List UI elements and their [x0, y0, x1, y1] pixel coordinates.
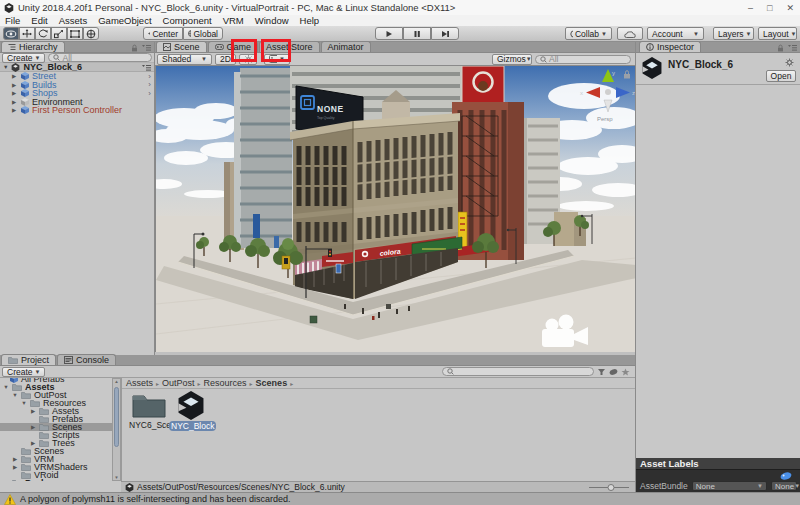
- tab-scene[interactable]: Scene: [156, 41, 207, 52]
- chevron-down-icon[interactable]: ▼: [21, 400, 27, 406]
- chevron-down-icon[interactable]: ▼: [3, 480, 9, 481]
- tab-console[interactable]: Console: [57, 354, 116, 365]
- collab-button[interactable]: Collab▼: [565, 27, 612, 40]
- inspector-icon: [646, 43, 654, 51]
- play-button[interactable]: [375, 27, 403, 40]
- tree-item-packages[interactable]: ▼Packages: [0, 479, 112, 481]
- pivot-button[interactable]: Center: [143, 27, 183, 40]
- hand-tool-button[interactable]: [3, 27, 19, 40]
- cloud-button[interactable]: [617, 27, 643, 40]
- prefab-cube-icon: [21, 98, 29, 106]
- chevron-down-icon[interactable]: ▼: [3, 64, 8, 70]
- prefab-cube-icon: [21, 72, 29, 80]
- project-tree-scrollbar[interactable]: ▲ ▼: [112, 378, 121, 481]
- hierarchy-panel: Hierarchy Create▼ All ▼ NYC_Block_6 ▶Str…: [0, 42, 155, 355]
- space-button[interactable]: Global: [183, 27, 223, 40]
- breadcrumb-separator: ▸: [250, 380, 253, 387]
- tab-project[interactable]: Project: [1, 354, 56, 365]
- chevron-down-icon[interactable]: ▼: [12, 392, 18, 398]
- step-button[interactable]: [431, 27, 459, 40]
- chevron-right-icon[interactable]: ▶: [12, 464, 18, 470]
- layout-button[interactable]: Layout▼: [758, 27, 797, 40]
- chevron-right-icon[interactable]: ▶: [12, 82, 18, 88]
- transform-tool-button[interactable]: [83, 27, 99, 40]
- hierarchy-item-first-person-controller[interactable]: ▶First Person Controller: [0, 106, 154, 115]
- assetbundle-dropdown[interactable]: None▼: [692, 481, 767, 491]
- scrollbar-thumb[interactable]: [114, 387, 119, 447]
- menu-gameobject[interactable]: GameObject: [98, 15, 151, 26]
- scene-view-panel: SceneGameAsset StoreAnimator Shaded▼ 2D …: [155, 42, 635, 355]
- chevron-right-icon[interactable]: ▶: [12, 99, 18, 105]
- hierarchy-item-builds[interactable]: ▶Builds›: [0, 81, 154, 90]
- panel-menu-icon[interactable]: [142, 44, 151, 52]
- tab-hierarchy[interactable]: Hierarchy: [1, 41, 65, 52]
- prefab-arrow-icon[interactable]: ›: [148, 89, 151, 98]
- breadcrumb-outpost[interactable]: OutPost: [162, 378, 195, 388]
- status-bar[interactable]: A polygon of polymsh11 is self-intersect…: [0, 492, 800, 505]
- close-button[interactable]: ✕: [786, 3, 794, 13]
- scale-tool-button[interactable]: [51, 27, 67, 40]
- chevron-down-icon[interactable]: ▼: [3, 384, 9, 390]
- project-folder-tree: All Prefabs▼Assets▼OutPost▼Resources▶Ass…: [0, 378, 112, 481]
- assetbundle-variant-dropdown[interactable]: None▼: [771, 481, 797, 491]
- menu-window[interactable]: Window: [255, 15, 289, 26]
- menu-help[interactable]: Help: [300, 15, 320, 26]
- move-tool-button[interactable]: [19, 27, 35, 40]
- gizmos-dropdown[interactable]: Gizmos▼: [492, 54, 532, 65]
- pause-button[interactable]: [403, 27, 431, 40]
- tab-animator[interactable]: Animator: [321, 41, 371, 52]
- folder-item[interactable]: NYC6_Sce...: [129, 392, 169, 430]
- chevron-right-icon[interactable]: ▶: [12, 90, 18, 96]
- lock-icon[interactable]: [777, 44, 784, 52]
- transform-tools: [3, 27, 99, 40]
- hierarchy-search-input[interactable]: All: [48, 53, 152, 62]
- label-icon[interactable]: [780, 472, 792, 480]
- tab-inspector[interactable]: Inspector: [639, 41, 701, 52]
- favorites-star-icon[interactable]: [621, 368, 630, 376]
- layers-button[interactable]: Layers▼: [713, 27, 754, 40]
- scene-toolbar: Shaded▼ 2D ▼ Gizmos▼ All: [155, 53, 635, 66]
- billboard-text: NONE: [317, 104, 344, 114]
- menu-file[interactable]: File: [5, 15, 20, 26]
- lock-icon[interactable]: [131, 44, 138, 52]
- menu-component[interactable]: Component: [163, 15, 212, 26]
- rect-tool-button[interactable]: [67, 27, 83, 40]
- project-panel: ProjectConsole Create▼ All Prefabs▼Asset…: [0, 355, 635, 492]
- scene-item-label: NYC_Block: [169, 421, 216, 431]
- tree-item-scenes[interactable]: Scenes: [0, 447, 112, 455]
- menu-vrm[interactable]: VRM: [223, 15, 244, 26]
- hierarchy-create-button[interactable]: Create▼: [2, 53, 45, 63]
- scene-search-input[interactable]: All: [535, 55, 631, 64]
- shading-mode-dropdown[interactable]: Shaded▼: [157, 54, 212, 65]
- gear-icon[interactable]: [785, 58, 794, 67]
- menu-edit[interactable]: Edit: [31, 15, 47, 26]
- menu-assets[interactable]: Assets: [59, 15, 88, 26]
- project-create-button[interactable]: Create▼: [2, 367, 45, 377]
- annotation-box-1: [231, 39, 257, 62]
- open-button[interactable]: Open: [766, 70, 796, 82]
- project-search-input[interactable]: [442, 367, 594, 376]
- scene-root-row[interactable]: ▼ NYC_Block_6: [0, 63, 154, 72]
- breadcrumb-resources[interactable]: Resources: [204, 378, 247, 388]
- chevron-right-icon[interactable]: ▶: [30, 408, 36, 414]
- scene-item[interactable]: NYC_Block: [169, 391, 213, 431]
- persp-label: Persp: [597, 116, 613, 122]
- account-button[interactable]: Account▼: [647, 27, 704, 40]
- maximize-button[interactable]: □: [767, 3, 772, 13]
- breadcrumb-assets[interactable]: Assets: [126, 378, 153, 388]
- thumbnail-zoom-slider[interactable]: [587, 483, 631, 492]
- main-toolbar: Center Global Collab▼ Account▼ Layers▼ L…: [0, 26, 800, 42]
- chevron-right-icon[interactable]: ▶: [30, 424, 36, 430]
- scene-canvas[interactable]: NONE Top Quality: [155, 66, 635, 352]
- unity-scene-asset-icon: [641, 57, 663, 79]
- breadcrumb-scenes[interactable]: Scenes: [256, 378, 288, 388]
- rotate-tool-button[interactable]: [35, 27, 51, 40]
- chevron-right-icon[interactable]: ▶: [12, 73, 18, 79]
- search-by-label-icon[interactable]: [609, 368, 618, 376]
- panel-menu-icon[interactable]: [788, 44, 797, 52]
- chevron-right-icon[interactable]: ▶: [12, 107, 18, 113]
- chevron-right-icon[interactable]: ▶: [12, 456, 18, 462]
- minimize-button[interactable]: –: [748, 3, 753, 13]
- hierarchy-item-street[interactable]: ▶Street›: [0, 72, 154, 81]
- search-by-type-icon[interactable]: [597, 368, 606, 376]
